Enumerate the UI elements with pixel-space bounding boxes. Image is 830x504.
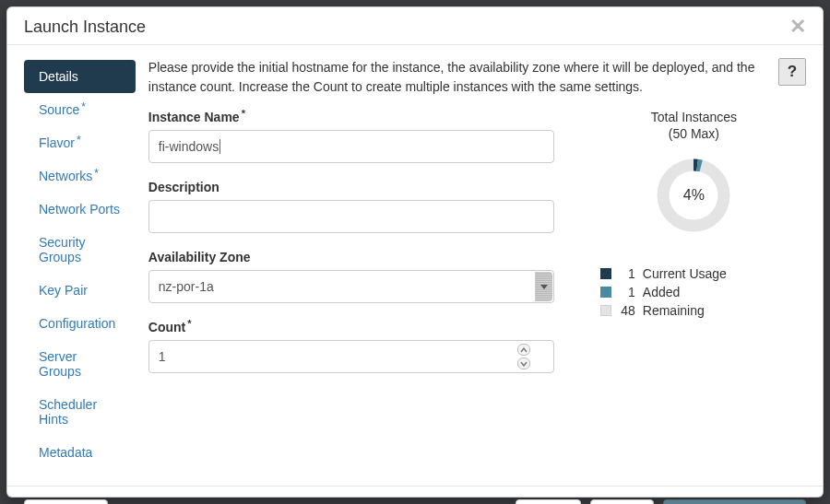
legend-number: 48 [619,303,635,318]
field-description: Description [148,180,545,233]
required-icon: * [77,134,81,147]
legend-row: 48 Remaining [600,303,806,318]
field-label: Count [148,320,185,334]
details-pane: ? Please provide the initial hostname fo… [136,58,806,469]
form-column: Instance Name* fi-windows Description [148,110,545,390]
sidebar-item-label: Details [39,69,78,84]
select-value: nz-por-1a [159,279,214,294]
dialog-footer: Cancel ‹ Back Next › Launch Instance [7,486,823,504]
sidebar-item-label: Source [39,102,79,117]
sidebar-item-label: Metadata [39,445,92,460]
instance-name-input[interactable]: fi-windows [148,130,554,163]
sidebar-item-configuration[interactable]: Configuration [24,307,136,340]
legend-swatch [600,268,611,279]
sidebar-item-label: Key Pair [39,283,88,298]
sidebar-item-label: Server Groups [39,349,121,379]
dialog-title: Launch Instance [24,18,146,37]
chevron-down-icon [535,272,552,301]
required-icon: * [242,108,245,119]
legend-label: Added [643,285,680,299]
chevron-up-icon [520,347,528,353]
sidebar-item-details[interactable]: Details [24,60,136,93]
required-icon: * [81,100,86,113]
quota-legend: 1 Current Usage 1 Added 48 Remaining [600,266,806,318]
legend-row: 1 Current Usage [600,266,806,281]
legend-row: 1 Added [600,285,806,299]
sidebar-item-network-ports[interactable]: Network Ports [24,193,136,226]
field-label: Instance Name [148,110,240,124]
quota-subtitle: (50 Max) [582,126,806,141]
quota-donut-chart: 4% [656,158,731,233]
cancel-button[interactable]: Cancel [24,499,108,504]
sidebar-item-label: Security Groups [39,235,121,264]
sidebar-item-label: Network Ports [39,202,120,217]
legend-swatch [600,305,611,316]
sidebar-item-flavor[interactable]: Flavor* [24,126,136,159]
sidebar-item-key-pair[interactable]: Key Pair [24,274,136,307]
sidebar-item-security-groups[interactable]: Security Groups [24,226,136,274]
quota-column: Total Instances (50 Max) 4% [545,110,806,390]
sidebar-item-scheduler-hints[interactable]: Scheduler Hints [24,388,136,436]
count-input[interactable]: 1 [148,340,554,373]
launch-instance-button[interactable]: Launch Instance [663,499,806,504]
sidebar-item-label: Scheduler Hints [39,397,121,427]
input-value: fi-windows [159,139,219,154]
field-instance-name: Instance Name* fi-windows [148,110,545,163]
legend-swatch [600,287,611,298]
sidebar-item-metadata[interactable]: Metadata [24,436,136,469]
sidebar-item-label: Configuration [39,316,115,331]
close-icon[interactable]: ✕ [789,17,806,37]
sidebar-item-networks[interactable]: Networks* [24,159,136,193]
launch-instance-dialog: Launch Instance ✕ Details Source* Flavor… [6,6,824,498]
required-icon: * [187,318,191,329]
legend-label: Remaining [643,303,705,318]
legend-number: 1 [619,266,635,281]
quota-percent-label: 4% [656,158,731,233]
availability-zone-select[interactable]: nz-por-1a [148,270,554,303]
field-label: Description [148,180,219,194]
chevron-down-icon [520,361,528,367]
field-count: Count* 1 [148,320,545,373]
sidebar-item-label: Flavor [39,135,75,150]
quota-title: Total Instances [582,110,806,124]
help-icon: ? [788,63,797,81]
sidebar-item-source[interactable]: Source* [24,93,136,126]
field-availability-zone: Availability Zone nz-por-1a [148,250,545,303]
step-sidebar: Details Source* Flavor* Networks* Networ… [24,58,136,469]
count-step-down[interactable] [517,357,530,369]
sidebar-item-server-groups[interactable]: Server Groups [24,340,136,388]
next-button[interactable]: Next › [590,499,654,504]
field-label: Availability Zone [148,250,251,264]
input-value: 1 [159,349,166,364]
pane-help-text: Please provide the initial hostname for … [148,58,806,97]
dialog-header: Launch Instance ✕ [7,7,823,44]
description-input[interactable] [148,200,554,233]
legend-label: Current Usage [643,266,727,281]
required-icon: * [94,167,99,180]
help-button[interactable]: ? [778,58,806,86]
sidebar-item-label: Networks [39,169,92,183]
count-step-up[interactable] [517,344,530,356]
back-button[interactable]: ‹ Back [516,499,581,504]
dialog-body: Details Source* Flavor* Networks* Networ… [7,44,823,486]
legend-number: 1 [619,285,635,299]
